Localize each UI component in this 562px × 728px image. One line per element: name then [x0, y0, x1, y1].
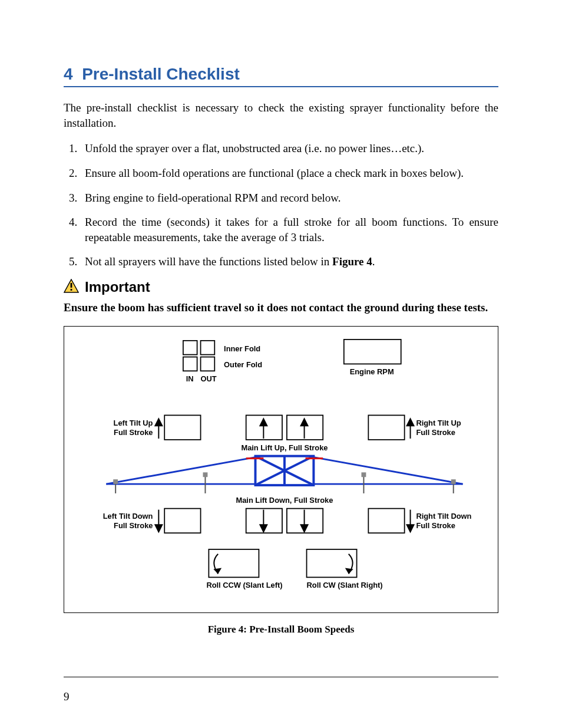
label-right-full-stroke-down: Full Stroke	[416, 521, 455, 530]
svg-line-26	[313, 457, 462, 484]
svg-rect-7	[344, 340, 401, 364]
svg-rect-31	[113, 479, 118, 484]
fold-checkboxes: Inner Fold Outer Fold IN OUT	[183, 341, 262, 383]
svg-marker-43	[155, 525, 162, 532]
label-main-lift-down: Main Lift Down, Full Stroke	[236, 496, 333, 505]
svg-rect-5	[183, 357, 197, 371]
svg-marker-47	[301, 525, 308, 532]
svg-marker-45	[260, 525, 267, 532]
step-1: Unfold the sprayer over a flat, unobstru…	[80, 141, 498, 156]
svg-rect-11	[368, 416, 404, 440]
important-label: Important	[85, 279, 150, 295]
label-right-tilt-down: Right Tilt Down	[416, 512, 471, 521]
label-outer-fold: Outer Fold	[224, 360, 262, 369]
page-number: 9	[64, 690, 70, 703]
figure-caption: Figure 4: Pre-Install Boom Speeds	[64, 624, 498, 635]
label-main-lift-up: Main Lift Up, Full Stroke	[241, 443, 328, 452]
section-number: 4	[64, 65, 73, 83]
section-title-text: Pre-Install Checklist	[82, 65, 240, 83]
intro-paragraph: The pre-install checklist is necessary t…	[64, 100, 498, 130]
step-5: Not all sprayers will have the functions…	[80, 254, 498, 269]
label-left-full-stroke-down: Full Stroke	[114, 521, 153, 530]
svg-rect-35	[361, 472, 366, 477]
svg-marker-15	[260, 419, 267, 426]
step-5-tail: .	[372, 255, 375, 268]
figure-4-frame: Inner Fold Outer Fold IN OUT Engine RPM …	[64, 326, 498, 613]
label-out: OUT	[201, 374, 217, 383]
warning-icon	[64, 279, 79, 295]
label-right-tilt-up: Right Tilt Up	[416, 419, 461, 427]
svg-marker-49	[407, 525, 414, 532]
footer-rule	[64, 677, 498, 677]
label-left-tilt-down: Left Tilt Down	[103, 512, 153, 521]
boom-schematic	[106, 456, 462, 493]
step-3: Bring engine to field-operational RPM an…	[80, 190, 498, 206]
svg-rect-50	[209, 549, 259, 577]
svg-marker-52	[213, 568, 222, 574]
checklist-steps: Unfold the sprayer over a flat, unobstru…	[64, 141, 498, 269]
label-in: IN	[186, 374, 194, 383]
figure-4-svg: Inner Fold Outer Fold IN OUT Engine RPM …	[71, 334, 491, 608]
heading-underline	[64, 86, 498, 87]
svg-marker-53	[345, 568, 353, 574]
important-callout: Important	[64, 279, 498, 295]
label-roll-cw: Roll CW (Slant Right)	[307, 581, 383, 589]
label-left-full-stroke-up: Full Stroke	[114, 428, 153, 437]
svg-rect-6	[201, 357, 215, 371]
svg-line-24	[106, 457, 255, 484]
label-left-tilt-up: Left Tilt Up	[114, 419, 153, 427]
step-2: Ensure all boom-fold operations are func…	[80, 166, 498, 181]
figure-reference: Figure 4	[332, 255, 372, 268]
lower-row: Left Tilt Down Full Stroke Right Tilt Do…	[103, 509, 472, 533]
svg-rect-4	[201, 341, 215, 355]
label-engine-rpm: Engine RPM	[350, 367, 394, 376]
svg-rect-37	[451, 479, 456, 484]
roll-row: Roll CCW (Slant Left) Roll CW (Slant Rig…	[206, 549, 382, 589]
engine-rpm-box: Engine RPM	[344, 340, 401, 376]
svg-marker-13	[155, 419, 162, 426]
warning-text: Ensure the boom has sufficient travel so…	[64, 301, 498, 314]
svg-rect-33	[203, 472, 207, 477]
upper-row: Left Tilt Up Full Stroke Right Tilt Up F…	[114, 416, 461, 452]
label-right-full-stroke-up: Full Stroke	[416, 428, 455, 437]
label-inner-fold: Inner Fold	[224, 344, 260, 353]
svg-rect-3	[183, 341, 197, 355]
svg-rect-2	[71, 289, 72, 291]
step-5-text: Not all sprayers will have the functions…	[85, 255, 332, 268]
section-heading: 4 Pre-Install Checklist	[64, 65, 498, 84]
svg-rect-8	[164, 416, 200, 440]
label-roll-ccw: Roll CCW (Slant Left)	[206, 581, 282, 589]
svg-marker-17	[301, 419, 308, 426]
step-4: Record the time (seconds) it takes for a…	[80, 215, 498, 245]
svg-rect-1	[71, 283, 72, 288]
svg-rect-41	[368, 509, 404, 533]
svg-marker-19	[407, 419, 414, 426]
svg-rect-38	[164, 509, 200, 533]
